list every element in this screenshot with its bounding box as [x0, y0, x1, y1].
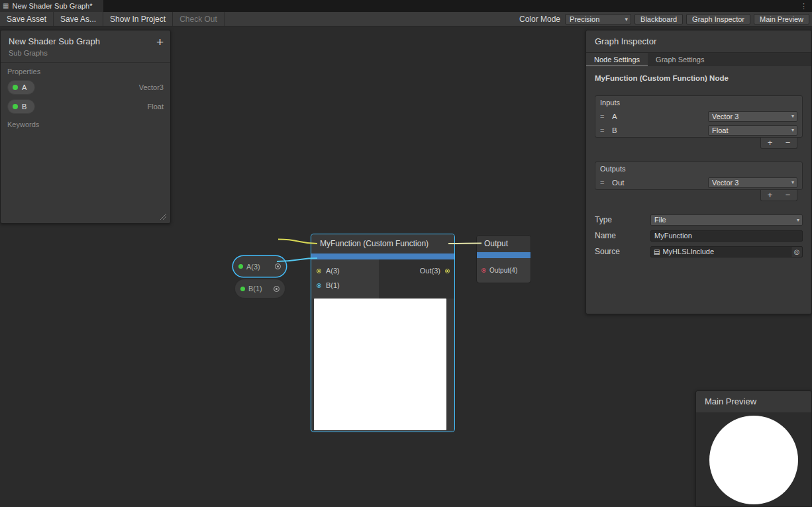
source-field-row: Source ▤ MyHLSLInclude ◎ — [595, 246, 803, 257]
chevron-down-icon: ▾ — [791, 126, 794, 134]
output-socket-icon[interactable] — [274, 286, 279, 292]
input-name: B — [612, 126, 617, 134]
property-node-a[interactable]: A(3) — [233, 256, 286, 277]
port-dot-vector3-icon[interactable] — [317, 269, 321, 273]
source-object-field[interactable]: ▤ MyHLSLInclude ◎ — [650, 246, 803, 257]
property-type-label: Vector3 — [139, 83, 164, 91]
type-label: Type — [595, 215, 650, 224]
object-picker-icon[interactable]: ◎ — [791, 247, 802, 257]
output-type-dropdown[interactable]: Vector 3 ▾ — [708, 177, 797, 188]
node-preview-area — [311, 299, 454, 432]
name-field-row: Name MyFunction — [595, 230, 803, 242]
tab-graph-settings[interactable]: Graph Settings — [648, 53, 712, 66]
precision-dropdown[interactable]: Precision ▾ — [565, 14, 631, 24]
input-row-a[interactable]: = A Vector 3 ▾ — [595, 109, 802, 123]
node-output[interactable]: Output Output(4) — [477, 236, 531, 283]
name-input[interactable]: MyFunction — [650, 230, 803, 242]
color-mode-label: Color Mode — [519, 15, 560, 24]
output-row-out[interactable]: = Out Vector 3 ▾ — [595, 175, 802, 189]
dropdown-value: Float — [712, 126, 728, 134]
add-output-button[interactable]: + — [761, 190, 779, 201]
main-preview-viewport[interactable] — [696, 412, 811, 506]
port-dot-vector4-icon[interactable] — [482, 268, 486, 273]
drag-handle-icon[interactable]: = — [600, 113, 608, 120]
node-color-strip — [477, 252, 531, 258]
dropdown-value: Vector 3 — [712, 113, 738, 120]
input-port-column: A(3) B(1) — [311, 259, 379, 299]
remove-output-button[interactable]: − — [779, 190, 797, 201]
property-row-b[interactable]: B Float — [1, 97, 170, 116]
graph-inspector-toggle-button[interactable]: Graph Inspector — [686, 14, 750, 24]
shader-preview-image — [314, 299, 446, 430]
source-value: MyHLSLInclude — [662, 247, 714, 257]
exposed-dot-icon — [240, 287, 245, 291]
port-dot-float-icon[interactable] — [317, 283, 321, 288]
chevron-down-icon: ▾ — [625, 15, 629, 24]
property-pill[interactable]: A — [7, 80, 35, 95]
keywords-section-label: Keywords — [1, 116, 170, 130]
property-node-label: B(1) — [248, 285, 262, 293]
add-input-button[interactable]: + — [761, 138, 779, 148]
type-dropdown[interactable]: File ▾ — [650, 214, 803, 226]
outputs-list-header: Outputs — [595, 162, 802, 175]
tab-title: New Shader Sub Graph* — [12, 2, 92, 10]
port-dot-vector3-icon[interactable] — [445, 269, 450, 273]
remove-input-button[interactable]: − — [779, 138, 797, 148]
property-row-a[interactable]: A Vector3 — [1, 77, 170, 97]
name-label: Name — [595, 231, 650, 240]
property-node-label: A(3) — [246, 263, 260, 271]
main-preview-toggle-button[interactable]: Main Preview — [754, 14, 809, 24]
window-menu-icon[interactable]: ⋮ — [795, 0, 812, 12]
graph-inspector-panel: Graph Inspector Node Settings Graph Sett… — [585, 30, 812, 314]
input-name: A — [612, 113, 617, 120]
chevron-down-icon: ▾ — [791, 179, 794, 187]
port-label: Output(4) — [489, 267, 517, 274]
node-color-strip — [311, 254, 454, 259]
document-tab[interactable]: ▦ New Shader Sub Graph* — [0, 0, 103, 12]
drag-handle-icon[interactable]: = — [600, 126, 608, 134]
input-port-b[interactable]: B(1) — [311, 278, 379, 293]
tab-node-settings[interactable]: Node Settings — [586, 53, 648, 66]
blackboard-header[interactable]: New Shader Sub Graph Sub Graphs + — [1, 30, 170, 63]
node-myfunction[interactable]: MyFunction (Custom Function) A(3) B(1) O… — [311, 234, 454, 432]
window-tab-bar: ▦ New Shader Sub Graph* ⋮ — [0, 0, 812, 12]
save-asset-button[interactable]: Save Asset — [0, 12, 54, 26]
port-label: Out(3) — [420, 267, 440, 275]
chevron-down-icon: ▾ — [791, 113, 794, 120]
shader-graph-window: ▦ New Shader Sub Graph* ⋮ Save Asset Sav… — [0, 0, 812, 507]
main-preview-title[interactable]: Main Preview — [696, 391, 811, 412]
node-title[interactable]: Output — [477, 236, 531, 252]
property-pill[interactable]: B — [7, 99, 35, 114]
outputs-list-footer: + − — [760, 190, 797, 201]
property-node-b[interactable]: B(1) — [235, 279, 285, 298]
type-field-row: Type File ▾ — [595, 214, 803, 226]
input-type-dropdown[interactable]: Float ▾ — [708, 125, 797, 136]
blackboard-toggle-button[interactable]: Blackboard — [634, 14, 683, 24]
outputs-list: Outputs = Out Vector 3 ▾ + − — [595, 161, 803, 190]
port-label: B(1) — [326, 281, 340, 289]
main-preview-panel: Main Preview — [695, 391, 812, 507]
output-port-out[interactable]: Out(3) — [379, 263, 454, 278]
save-as-button[interactable]: Save As... — [54, 12, 103, 26]
blackboard-subtitle: Sub Graphs — [9, 49, 162, 57]
exposed-dot-icon — [13, 85, 18, 90]
property-name: A — [22, 83, 26, 91]
input-port-a[interactable]: A(3) — [311, 263, 379, 278]
graph-toolbar: Save Asset Save As... Show In Project Ch… — [0, 12, 812, 26]
output-port-column: Out(3) — [379, 259, 454, 299]
check-out-button: Check Out — [173, 12, 225, 26]
drag-handle-icon[interactable]: = — [600, 179, 608, 187]
output-socket-icon[interactable] — [275, 263, 281, 269]
input-type-dropdown[interactable]: Vector 3 ▾ — [708, 111, 797, 122]
unity-logo-icon: ▦ — [3, 0, 9, 12]
precision-dropdown-value: Precision — [570, 15, 599, 23]
preview-sphere — [709, 416, 798, 504]
graph-inspector-title[interactable]: Graph Inspector — [586, 30, 811, 52]
add-property-button[interactable]: + — [156, 36, 164, 48]
dropdown-value: Vector 3 — [712, 179, 738, 187]
show-in-project-button[interactable]: Show In Project — [103, 12, 173, 26]
dropdown-value: File — [654, 216, 666, 224]
input-row-b[interactable]: = B Float ▾ — [595, 123, 802, 137]
resize-grip[interactable] — [160, 213, 167, 220]
node-title[interactable]: MyFunction (Custom Function) — [311, 234, 454, 254]
